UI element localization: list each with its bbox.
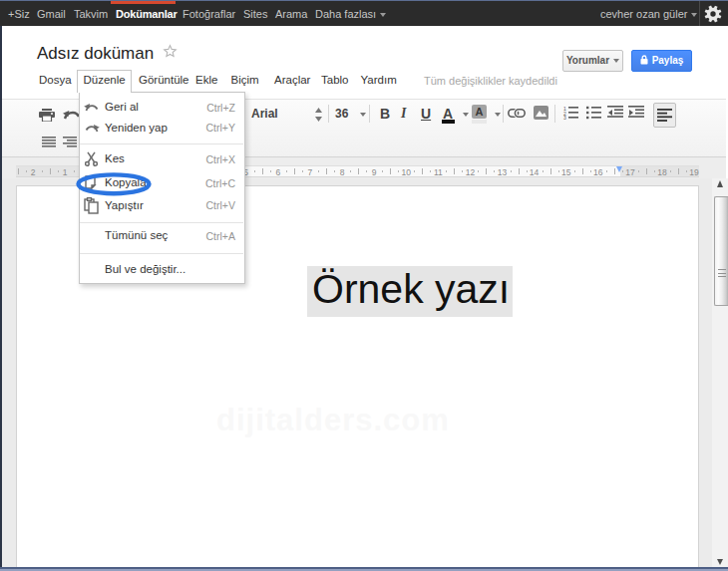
svg-text:3: 3 <box>563 115 566 120</box>
